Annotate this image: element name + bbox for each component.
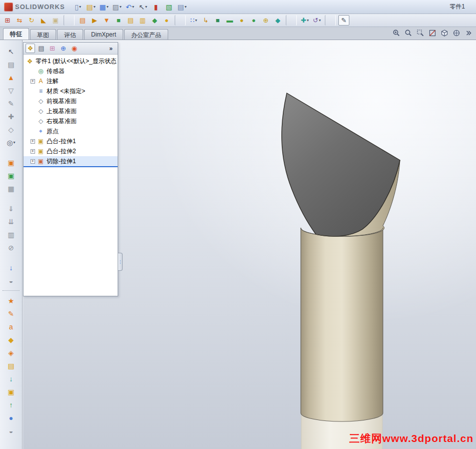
quick-toolbar-button[interactable]: ▤ bbox=[77, 15, 88, 26]
left-strip-button[interactable]: ▤ bbox=[5, 59, 18, 70]
tree-item[interactable]: ⌖ 原点 bbox=[24, 126, 118, 136]
quick-toolbar-button[interactable]: ● bbox=[248, 15, 259, 26]
tree-item[interactable]: ◇ 右视基准面 bbox=[24, 116, 118, 126]
dropdown-arrow-icon[interactable]: ▾ bbox=[94, 5, 96, 9]
quick-toolbar-button[interactable]: ● bbox=[236, 15, 247, 26]
quick-toolbar-button[interactable]: ✎ bbox=[338, 15, 349, 26]
left-strip-button[interactable]: ◈ bbox=[5, 347, 18, 358]
panel-tab-icon[interactable]: ▤ bbox=[37, 44, 46, 53]
toolbar-button[interactable]: ▤ ▾ bbox=[85, 2, 97, 13]
dropdown-arrow-icon[interactable]: ▾ bbox=[307, 18, 309, 23]
section-view-icon[interactable] bbox=[428, 29, 437, 38]
quick-toolbar-button[interactable]: ● bbox=[161, 15, 172, 26]
panel-tab-icon[interactable]: ⊕ bbox=[59, 44, 68, 53]
expand-toggle-icon[interactable]: + bbox=[31, 159, 35, 164]
quick-toolbar-button[interactable]: ▤ bbox=[125, 15, 136, 26]
quick-toolbar-button[interactable]: ↳ bbox=[200, 15, 211, 26]
zoom-area-icon[interactable] bbox=[416, 29, 425, 38]
left-strip-button[interactable]: ⇓ bbox=[5, 203, 18, 214]
quick-toolbar-button[interactable] bbox=[325, 15, 336, 26]
left-strip-button[interactable] bbox=[5, 150, 18, 155]
quick-toolbar-button[interactable]: ◆ bbox=[149, 15, 160, 26]
toolbar-button[interactable]: ↖ ▾ bbox=[137, 2, 149, 13]
left-strip-button[interactable]: ▥ bbox=[5, 229, 18, 240]
left-strip-button[interactable]: ✎ bbox=[5, 308, 18, 319]
left-strip-button[interactable]: ◇ bbox=[5, 124, 18, 135]
dropdown-arrow-icon[interactable]: ▾ bbox=[14, 140, 16, 145]
left-strip-button[interactable]: ↓ bbox=[5, 262, 18, 273]
panel-tab-icon[interactable]: » bbox=[106, 44, 116, 53]
left-strip-button[interactable]: a bbox=[5, 321, 18, 332]
left-strip-button[interactable]: ▣ bbox=[5, 157, 18, 168]
dropdown-arrow-icon[interactable]: ▾ bbox=[185, 5, 187, 9]
left-strip-button[interactable]: ↖ bbox=[5, 46, 18, 57]
zoom-in-icon[interactable] bbox=[392, 29, 401, 38]
quick-toolbar-button[interactable]: ■ bbox=[212, 15, 223, 26]
dropdown-arrow-icon[interactable]: ▾ bbox=[145, 5, 147, 9]
panel-tab-icon[interactable]: ◉ bbox=[70, 44, 79, 53]
left-strip-button[interactable]: ★ bbox=[5, 295, 18, 306]
quick-toolbar-button[interactable]: ✚ ▾ bbox=[299, 15, 310, 26]
quick-toolbar-button[interactable]: ⊕ bbox=[260, 15, 271, 26]
dropdown-arrow-icon[interactable]: ▾ bbox=[319, 18, 321, 23]
left-strip-button[interactable]: ⇊ bbox=[5, 216, 18, 227]
command-tab[interactable]: 特征 bbox=[3, 28, 29, 40]
tree-item[interactable]: + ▣ 凸台-拉伸2 bbox=[24, 146, 118, 156]
toolbar-button[interactable]: ▮ bbox=[150, 2, 162, 13]
left-strip-button[interactable]: ◒ bbox=[5, 275, 18, 286]
left-strip-button[interactable]: ⊘ bbox=[5, 242, 18, 253]
tree-item[interactable]: ◇ 前视基准面 bbox=[24, 96, 118, 106]
toolbar-button[interactable]: ▨ ▾ bbox=[111, 2, 123, 13]
dropdown-arrow-icon[interactable]: ▾ bbox=[107, 5, 109, 9]
left-strip-button[interactable]: ✚ bbox=[5, 111, 18, 122]
left-strip-button[interactable]: ▣ bbox=[5, 170, 18, 181]
quick-toolbar-button[interactable]: ▣ bbox=[50, 15, 61, 26]
left-strip-button[interactable]: ↓ bbox=[5, 373, 18, 384]
left-strip-button[interactable]: ▣ bbox=[5, 386, 18, 397]
tree-root-item[interactable]: ❖ 零件1 (默认<<默认>_显示状态 bbox=[24, 56, 118, 66]
panel-tab-icon[interactable]: ⊞ bbox=[48, 44, 57, 53]
left-strip-button[interactable] bbox=[5, 255, 18, 260]
quick-toolbar-button[interactable]: ◆ bbox=[272, 15, 283, 26]
panel-tab-icon[interactable]: ❖ bbox=[26, 44, 35, 53]
toolbar-button[interactable]: ▤ ▾ bbox=[176, 2, 188, 13]
display-style-icon[interactable] bbox=[452, 29, 461, 38]
quick-toolbar-button[interactable]: ∷ ▾ bbox=[188, 15, 199, 26]
left-strip-button[interactable]: ▤ bbox=[5, 360, 18, 371]
command-tab[interactable]: 办公室产品 bbox=[124, 29, 168, 40]
tree-item[interactable]: ◎ 传感器 bbox=[24, 66, 118, 76]
quick-toolbar-button[interactable]: ⊞ bbox=[2, 15, 13, 26]
quick-toolbar-button[interactable] bbox=[286, 15, 297, 26]
toolbar-button[interactable]: ▯ ▾ bbox=[72, 2, 84, 13]
tree-item[interactable]: + ▣ 切除-拉伸1 bbox=[24, 156, 118, 167]
quick-toolbar-button[interactable]: ↻ bbox=[26, 15, 37, 26]
dropdown-arrow-icon[interactable]: ▾ bbox=[132, 5, 134, 9]
toolbar-button[interactable]: ↶ ▾ bbox=[124, 2, 136, 13]
overflow-chevron-icon[interactable] bbox=[464, 29, 473, 38]
command-tab[interactable]: 评估 bbox=[57, 29, 83, 40]
tree-item[interactable]: + ▣ 凸台-拉伸1 bbox=[24, 136, 118, 146]
tree-item[interactable]: ≡ 材质 <未指定> bbox=[24, 86, 118, 96]
quick-toolbar-button[interactable]: ⇆ bbox=[14, 15, 25, 26]
expand-toggle-icon[interactable]: + bbox=[31, 79, 35, 84]
toolbar-button[interactable]: ▧ bbox=[163, 2, 175, 13]
left-strip-button[interactable]: ✎ bbox=[5, 98, 18, 109]
command-tab[interactable]: 草图 bbox=[30, 29, 56, 40]
toolbar-button[interactable]: ▦ ▾ bbox=[98, 2, 110, 13]
expand-toggle-icon[interactable]: + bbox=[31, 149, 35, 154]
left-strip-button[interactable]: ↑ bbox=[5, 399, 18, 410]
left-strip-button[interactable]: ◆ bbox=[5, 334, 18, 345]
quick-toolbar-button[interactable]: ▼ bbox=[101, 15, 112, 26]
expand-toggle-icon[interactable]: + bbox=[31, 139, 35, 144]
left-strip-button[interactable] bbox=[5, 196, 18, 201]
quick-toolbar-button[interactable] bbox=[64, 15, 75, 26]
left-strip-button[interactable]: ▲ bbox=[5, 72, 18, 83]
quick-toolbar-button[interactable]: ▥ bbox=[137, 15, 148, 26]
left-strip-button[interactable]: ● bbox=[5, 412, 18, 423]
tree-item[interactable]: ◇ 上视基准面 bbox=[24, 106, 118, 116]
quick-toolbar-button[interactable]: ▶ bbox=[89, 15, 100, 26]
model-cylinder-body[interactable] bbox=[301, 228, 383, 421]
view-orientation-icon[interactable] bbox=[440, 29, 449, 38]
quick-toolbar-button[interactable]: ■ bbox=[113, 15, 124, 26]
panel-collapse-handle[interactable]: ⋮ bbox=[118, 253, 123, 271]
